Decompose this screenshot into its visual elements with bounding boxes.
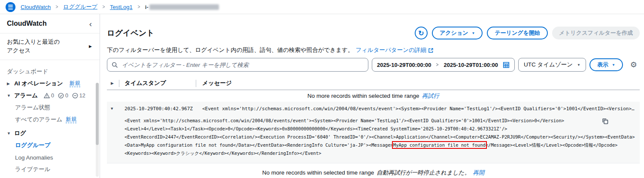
search-input[interactable] [121, 61, 364, 69]
triangle-right-icon: ▶ [111, 81, 115, 85]
breadcrumb-link-testlog1[interactable]: TestLog1 [110, 4, 133, 10]
log-events-panel: ログイベント ↻ アクション ▼ テーリングを開始 メトリクスフィルターを作成 … [100, 14, 644, 178]
column-header-timestamp: タイムスタンプ [119, 79, 196, 87]
top-navigation-bar: CloudWatch > ロググループ > TestLog1 > i- [0, 0, 644, 14]
event-detail-line: <EventRecordID>2447</EventRecordID><Corr… [125, 133, 636, 141]
triangle-right-icon: ▶ [7, 81, 11, 86]
new-badge: 新規 [66, 116, 76, 124]
collapse-event-button[interactable]: ▼ [107, 106, 119, 111]
favorites-label: お気に入りと最近のアクセス [7, 38, 64, 54]
dash-circle-icon [72, 93, 78, 99]
create-metric-filter-button[interactable]: メトリクスフィルターを作成 [552, 27, 640, 39]
redacted-instance-id [149, 4, 219, 10]
event-detail: <Event xmlns='http://schemas.microsoft.c… [107, 115, 640, 163]
sidebar-item-alarm-state[interactable]: アラーム状態 [0, 102, 100, 114]
expand-all-button[interactable]: ▶ [107, 81, 119, 85]
event-detail-line: <Keywords><Keyword>クラシック</Keyword></Keyw… [125, 149, 636, 157]
copy-button[interactable] [602, 118, 608, 124]
header-actions: ↻ アクション ▼ テーリングを開始 メトリクスフィルターを作成 [415, 27, 640, 39]
breadcrumb: CloudWatch > ロググループ > TestLog1 > i- [21, 3, 219, 11]
highlighted-error-text: MyApp configuration file not found [393, 142, 486, 148]
column-header-message: メッセージ [196, 79, 640, 87]
sidebar-scrollbar[interactable] [96, 83, 99, 177]
sidebar-item-dashboards[interactable]: ダッシュボード [0, 66, 100, 78]
chevron-right-icon: > [137, 4, 140, 10]
sidebar-collapse-icon[interactable]: ‹ [89, 20, 92, 28]
alarm-ok-count: 0 [58, 93, 68, 99]
date-start: 2025-10-29T00:00:00 [377, 62, 431, 68]
triangle-right-icon: ▶ [89, 44, 92, 48]
copy-icon [602, 118, 608, 124]
date-end: 2025-10-29T01:00:00 [444, 62, 498, 68]
gear-icon[interactable]: ⚙ [628, 60, 640, 69]
retry-link[interactable]: 再試行 [422, 92, 439, 100]
log-events-table: ▶ タイムスタンプ メッセージ No more records within s… [107, 77, 640, 178]
event-detail-line: <Level>4</Level><Task>1</Task><Opcode>0<… [125, 125, 636, 133]
sidebar-item-all-alarms[interactable]: すべてのアラーム 新規 [0, 114, 100, 126]
page-title: ログイベント [107, 28, 155, 38]
warning-triangle-icon [44, 93, 50, 99]
auto-retry-paused-text: 自動再試行が一時停止されました。 [377, 169, 470, 177]
start-tailing-button[interactable]: テーリングを開始 [487, 27, 548, 39]
sidebar-item-favorites[interactable]: お気に入りと最近のアクセス ▶ [0, 33, 100, 60]
chevron-right-icon: > [436, 62, 439, 68]
triangle-down-icon: ▼ [7, 94, 11, 98]
actions-dropdown-button[interactable]: アクション ▼ [432, 27, 483, 39]
table-header: ▶ タイムスタンプ メッセージ [107, 77, 640, 90]
sidebar-item-live-tail[interactable]: ライブテール [0, 163, 100, 175]
event-message-truncated: <Event xmlns='http://schemas.microsoft.c… [196, 106, 640, 112]
sidebar-nav: ダッシュボード ▶ AI オペレーション 新規 ▼ アラーム 0 0 [0, 60, 100, 175]
sidebar: CloudWatch ‹ お気に入りと最近のアクセス ▶ ダッシュボード ▶ A… [0, 14, 100, 178]
alarm-counters: 0 0 12 [44, 93, 85, 99]
alarm-insufficient-count: 12 [72, 93, 85, 99]
triangle-down-icon: ▼ [111, 106, 115, 111]
caret-down-icon: ▼ [577, 63, 580, 67]
sidebar-item-log-anomalies[interactable]: Log Anomalies [0, 151, 100, 163]
caret-down-icon: ▼ [472, 31, 475, 35]
chevron-right-icon: > [102, 4, 105, 10]
timezone-dropdown[interactable]: UTC タイムゾーン ▼ [518, 58, 586, 72]
log-event-row[interactable]: ▼ 2025-10-29T00:40:42.967Z <Event xmlns=… [107, 102, 640, 115]
refresh-button[interactable]: ↻ [415, 27, 428, 39]
calendar-icon [503, 61, 510, 68]
triangle-down-icon: ▼ [7, 131, 11, 136]
hamburger-menu-icon[interactable] [6, 2, 15, 12]
breadcrumb-link-log-groups[interactable]: ロググループ [63, 3, 97, 11]
caret-down-icon: ▼ [612, 63, 615, 67]
event-timestamp: 2025-10-29T00:40:42.967Z [119, 106, 196, 112]
sidebar-section-alarms[interactable]: ▼ アラーム 0 0 12 [0, 90, 100, 102]
external-link-icon [428, 48, 434, 53]
refresh-icon: ↻ [418, 29, 424, 37]
breadcrumb-current-instance: i- [145, 4, 219, 10]
sidebar-section-logs[interactable]: ▼ ログ [0, 127, 100, 139]
event-detail-line: <Event xmlns='http://schemas.microsoft.c… [125, 117, 636, 125]
sidebar-item-log-groups[interactable]: ロググループ [0, 139, 100, 151]
sidebar-title: CloudWatch [7, 20, 47, 27]
page-description: 下のフィルターバーを使用して、ログイベント内の用語、語句、値の検索や照合ができま… [107, 46, 353, 54]
no-more-records-bottom: No more records within selected time ran… [107, 167, 640, 178]
alarm-in-alarm-count: 0 [44, 93, 54, 99]
search-icon [112, 62, 118, 68]
filter-pattern-details-link[interactable]: フィルターパターンの詳細 [355, 46, 434, 54]
breadcrumb-link-cloudwatch[interactable]: CloudWatch [21, 4, 51, 10]
log-event-expanded: ▼ 2025-10-29T00:40:42.967Z <Event xmlns=… [107, 102, 640, 163]
resume-link[interactable]: 再開 [473, 169, 484, 177]
event-filter-search [107, 58, 368, 72]
chevron-right-icon: > [56, 4, 58, 10]
no-more-records-top: No more records within selected time ran… [107, 90, 640, 102]
sidebar-section-ai-operations[interactable]: ▶ AI オペレーション 新規 [0, 78, 100, 90]
scrollbar-thumb[interactable] [96, 83, 99, 145]
event-detail-line: <Data>MyApp configuration file not found… [125, 141, 636, 149]
check-circle-icon [58, 93, 64, 99]
new-badge: 新規 [70, 80, 80, 87]
display-dropdown-button[interactable]: 表示 ▼ [589, 58, 623, 71]
date-range-picker[interactable]: 2025-10-29T00:00:00 > 2025-10-29T01:00:0… [372, 58, 515, 72]
